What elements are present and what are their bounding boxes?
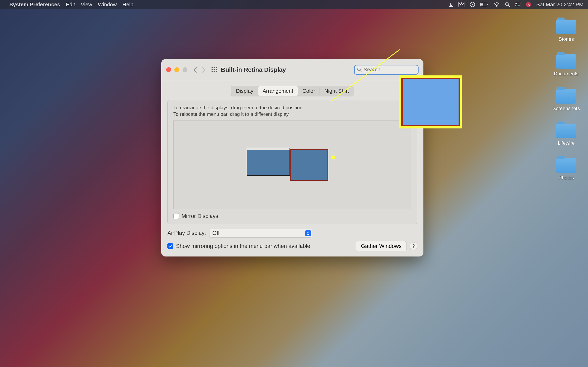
desktop-folders: Stories Documents Screenshots Lifewire P… [553,20,580,181]
folder-label: Documents [554,71,579,77]
svg-point-19 [214,71,215,72]
instructions: To rearrange the displays, drag them to … [173,104,411,118]
folder-icon [556,124,576,138]
battery-icon[interactable] [480,2,489,7]
folder-label: Screenshots [553,106,580,111]
display-secondary[interactable] [290,149,328,181]
menu-window[interactable]: Window [98,1,117,8]
svg-point-8 [516,3,517,4]
svg-rect-2 [487,4,488,5]
svg-point-13 [214,67,215,68]
gather-windows-button[interactable]: Gather Windows [356,241,407,251]
tab-display[interactable]: Display [232,86,258,96]
folder-icon [556,20,576,34]
mirror-displays-checkbox[interactable] [173,213,179,219]
back-button[interactable] [193,67,197,73]
svg-point-10 [518,5,519,6]
svg-point-15 [212,69,213,70]
folder-documents[interactable]: Documents [553,54,580,77]
forward-button[interactable] [202,67,206,73]
menubar-clock[interactable]: Sat Mar 20 2:42 PM [536,1,584,8]
svg-point-4 [496,6,497,7]
vlc-icon[interactable] [449,2,453,7]
window-title: Built-in Retina Display [221,66,286,73]
arrangement-pane: To rearrange the displays, drag them to … [167,100,417,224]
folder-label: Stories [559,36,574,42]
folder-icon [556,158,576,173]
annotation-callout [399,75,462,128]
svg-rect-3 [481,3,483,6]
menu-help[interactable]: Help [122,1,133,8]
folder-icon [556,89,576,104]
menu-view[interactable]: View [81,1,92,8]
menubar: System Preferences Edit View Window Help… [0,0,588,9]
tab-color[interactable]: Color [298,86,320,96]
instruction-line: To rearrange the displays, drag them to … [173,104,411,111]
close-button[interactable] [166,67,171,72]
svg-point-12 [212,67,213,68]
minimize-button[interactable] [174,67,179,72]
folder-lifewire[interactable]: Lifewire [553,124,580,146]
airplay-label: AirPlay Display: [167,230,206,236]
svg-point-17 [216,69,217,70]
tabs: Display Arrangement Color Night Shift [231,86,354,96]
menu-edit[interactable]: Edit [66,1,75,8]
folder-photos[interactable]: Photos [553,158,580,181]
titlebar: Built-in Retina Display [161,59,424,80]
traffic-lights [166,67,187,72]
airplay-select[interactable]: Off [209,229,312,238]
folder-screenshots[interactable]: Screenshots [553,89,580,111]
show-mirroring-checkbox[interactable] [167,243,173,249]
svg-point-20 [216,71,217,72]
show-mirroring-label: Show mirroring options in the menu bar w… [176,243,310,249]
preferences-window: Built-in Retina Display Display Arrangem… [161,59,424,257]
svg-line-6 [508,5,509,7]
mirror-displays-label: Mirror Displays [182,213,218,219]
folder-label: Lifewire [558,140,575,146]
instruction-line: To relocate the menu bar, drag it to a d… [173,111,411,117]
search-input[interactable] [354,65,419,75]
display-primary[interactable] [247,149,290,176]
svg-point-14 [216,67,217,68]
help-button[interactable]: ? [410,242,417,250]
annotation-dot [331,155,335,159]
malwarebytes-icon[interactable] [458,2,465,7]
siri-icon[interactable] [526,2,531,7]
svg-point-16 [214,69,215,70]
wifi-icon[interactable] [494,2,500,7]
maximize-button[interactable] [182,67,187,72]
control-center-icon[interactable] [515,2,520,7]
spotlight-icon[interactable] [505,2,510,7]
airplay-value: Off [212,230,220,236]
arrangement-area[interactable] [173,120,411,209]
tab-arrangement[interactable]: Arrangement [258,86,298,96]
show-all-button[interactable] [211,67,217,73]
folder-label: Photos [559,175,574,181]
app-menu[interactable]: System Preferences [9,1,60,8]
screen-mirroring-icon[interactable] [470,2,475,7]
chevron-updown-icon [305,230,311,236]
svg-point-18 [212,71,213,72]
folder-icon [556,54,576,69]
folder-stories[interactable]: Stories [553,20,580,42]
annotation-zoom [401,78,460,126]
